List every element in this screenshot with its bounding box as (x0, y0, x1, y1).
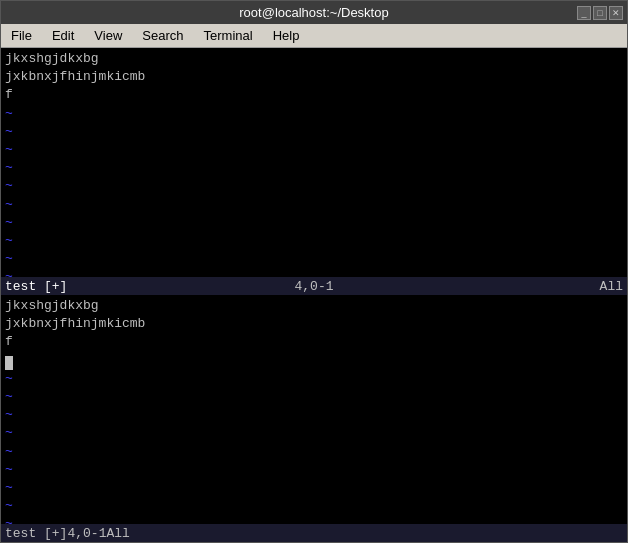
tilde-upper-7: ~ (5, 214, 623, 232)
upper-line-2: jxkbnxjfhinjmkicmb (5, 68, 623, 86)
status-lower-right: All (106, 526, 129, 541)
tilde-upper-8: ~ (5, 232, 623, 250)
status-upper-left: test [+] (5, 279, 211, 294)
tilde-upper-1: ~ (5, 105, 623, 123)
tilde-lower-1: ~ (5, 370, 623, 388)
menu-file[interactable]: File (5, 26, 38, 45)
menu-bar: File Edit View Search Terminal Help (1, 24, 627, 48)
minimize-button[interactable]: _ (577, 6, 591, 20)
tilde-upper-4: ~ (5, 159, 623, 177)
tilde-lower-4: ~ (5, 424, 623, 442)
status-lower-center: 4,0-1 (67, 526, 106, 541)
upper-line-1: jkxshgjdkxbg (5, 50, 623, 68)
status-bar-upper: test [+] 4,0-1 All (1, 277, 627, 295)
menu-search[interactable]: Search (136, 26, 189, 45)
menu-help[interactable]: Help (267, 26, 306, 45)
status-bar-lower: test [+] 4,0-1 All (1, 524, 627, 542)
tilde-lower-3: ~ (5, 406, 623, 424)
lower-line-1: jkxshgjdkxbg (5, 297, 623, 315)
tilde-upper-3: ~ (5, 141, 623, 159)
menu-view[interactable]: View (88, 26, 128, 45)
menu-terminal[interactable]: Terminal (198, 26, 259, 45)
tilde-lower-6: ~ (5, 461, 623, 479)
status-lower-left: test [+] (5, 526, 67, 541)
tilde-lower-5: ~ (5, 443, 623, 461)
tilde-lower-9: ~ (5, 515, 623, 524)
status-upper-center: 4,0-1 (211, 279, 417, 294)
terminal-area[interactable]: jkxshgjdkxbg jxkbnxjfhinjmkicmb f ~ ~ ~ … (1, 48, 627, 542)
terminal-window: root@localhost:~/Desktop _ □ ✕ File Edit… (0, 0, 628, 543)
upper-line-3: f (5, 86, 623, 104)
pane-upper[interactable]: jkxshgjdkxbg jxkbnxjfhinjmkicmb f ~ ~ ~ … (1, 48, 627, 277)
tilde-lower-2: ~ (5, 388, 623, 406)
pane-lower[interactable]: jkxshgjdkxbg jxkbnxjfhinjmkicmb f ~ ~ ~ … (1, 295, 627, 524)
tilde-upper-5: ~ (5, 177, 623, 195)
tilde-upper-9: ~ (5, 250, 623, 268)
window-title: root@localhost:~/Desktop (239, 5, 388, 20)
tilde-lower-8: ~ (5, 497, 623, 515)
close-button[interactable]: ✕ (609, 6, 623, 20)
lower-line-3: f (5, 333, 623, 351)
status-upper-right: All (417, 279, 623, 294)
window-controls: _ □ ✕ (577, 6, 623, 20)
tilde-upper-6: ~ (5, 196, 623, 214)
lower-line-2: jxkbnxjfhinjmkicmb (5, 315, 623, 333)
tilde-upper-2: ~ (5, 123, 623, 141)
menu-edit[interactable]: Edit (46, 26, 80, 45)
maximize-button[interactable]: □ (593, 6, 607, 20)
lower-cursor-line (5, 352, 623, 370)
tilde-upper-10: ~ (5, 268, 623, 277)
title-bar: root@localhost:~/Desktop _ □ ✕ (1, 1, 627, 24)
tilde-lower-7: ~ (5, 479, 623, 497)
cursor-block (5, 356, 13, 370)
